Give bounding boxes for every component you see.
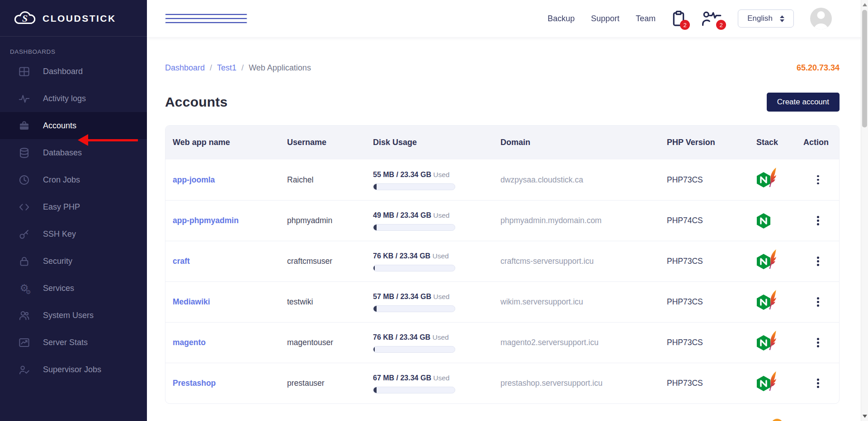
clipboard-button[interactable]: 2 <box>672 10 685 27</box>
apache-icon <box>766 166 779 189</box>
row-actions-menu-button[interactable] <box>814 295 839 309</box>
breadcrumb: Dashboard / Test1 / Web Applications <box>165 63 311 73</box>
sidebar-item-cron-jobs[interactable]: Cron Jobs <box>0 166 147 193</box>
sidebar-item-easy-php[interactable]: Easy PHP <box>0 193 147 220</box>
breadcrumb-dashboard[interactable]: Dashboard <box>165 63 205 73</box>
scrollbar[interactable] <box>861 0 868 421</box>
sidebar-item-services[interactable]: ⚙⚙ Services <box>0 275 147 302</box>
sidebar-nav: Dashboard Activity logs Accounts Databas… <box>0 58 147 383</box>
sidebar-item-label: Cron Jobs <box>43 175 80 185</box>
nav-link-backup[interactable]: Backup <box>547 14 575 23</box>
table-row: craft craftcmsuser 76 KB / 23.34 GB Used… <box>165 241 839 281</box>
nav-link-team[interactable]: Team <box>636 14 656 23</box>
php-version-cell: PHP73CS <box>667 257 756 266</box>
language-select[interactable]: English <box>738 9 794 28</box>
scrollbar-down-arrow-icon[interactable] <box>863 415 867 418</box>
sidebar-item-activity-logs[interactable]: Activity logs <box>0 85 147 112</box>
web-app-link[interactable]: Prestashop <box>173 379 287 388</box>
sidebar-item-label: Easy PHP <box>43 202 80 212</box>
stack-cell <box>756 241 803 281</box>
disk-usage-cell: 57 MB / 23.34 GB Used <box>373 292 500 312</box>
sidebar-item-security[interactable]: Security <box>0 248 147 275</box>
chat-widget-bubble[interactable] <box>771 419 783 421</box>
dashboard-grid-icon <box>18 65 30 78</box>
apache-icon <box>766 288 779 311</box>
php-version-cell: PHP73CS <box>667 297 756 307</box>
cloudstick-logo[interactable]: S CLOUDSTICK <box>0 0 147 35</box>
annotation-arrow-accounts <box>78 134 138 146</box>
stats-chart-icon <box>18 337 30 349</box>
table-header-row: Web app name Username Disk Usage Domain … <box>165 126 839 159</box>
scrollbar-up-arrow-icon[interactable] <box>863 3 867 6</box>
column-header-disk-usage: Disk Usage <box>373 138 500 147</box>
people-status-button[interactable]: 2 <box>702 10 722 27</box>
scrollbar-thumb[interactable] <box>862 10 867 127</box>
php-version-cell: PHP73CS <box>667 175 756 185</box>
domain-cell: wikim.serversupport.icu <box>500 297 667 307</box>
disk-usage-cell: 76 KB / 23.34 GB Used <box>373 332 500 353</box>
username-cell: phpmyadmin <box>287 216 373 225</box>
row-actions-menu-button[interactable] <box>814 376 839 391</box>
disk-usage-bar <box>373 183 455 190</box>
sidebar-item-server-stats[interactable]: Server Stats <box>0 329 147 356</box>
sidebar-item-label: Supervisor Jobs <box>43 365 101 374</box>
web-app-link[interactable]: magento <box>173 338 287 347</box>
activity-pulse-icon <box>18 93 30 105</box>
hamburger-menu-icon[interactable] <box>165 11 180 26</box>
users-icon <box>18 309 30 322</box>
user-avatar[interactable] <box>810 8 832 29</box>
sidebar-section-label: DASHBOARDS <box>0 37 147 58</box>
sidebar: S CLOUDSTICK DASHBOARDS Dashboard Activi… <box>0 0 147 421</box>
php-version-cell: PHP73CS <box>667 379 756 388</box>
row-actions-menu-button[interactable] <box>814 213 839 228</box>
nav-link-support[interactable]: Support <box>591 14 619 23</box>
server-ip: 65.20.73.34 <box>797 63 840 73</box>
row-actions-menu-button[interactable] <box>814 173 839 187</box>
column-header-php-version: PHP Version <box>667 138 756 147</box>
column-header-action: Action <box>803 138 839 147</box>
sidebar-item-label: Dashboard <box>43 67 83 76</box>
row-actions-menu-button[interactable] <box>814 254 839 269</box>
cloud-logo-icon: S <box>12 9 38 28</box>
web-app-link[interactable]: Mediawiki <box>173 297 287 307</box>
apache-icon <box>766 248 779 271</box>
disk-usage-bar <box>373 387 455 393</box>
topbar-right: Backup Support Team 2 2 English <box>547 8 832 29</box>
php-version-cell: PHP74CS <box>667 216 756 225</box>
svg-text:S: S <box>22 13 28 24</box>
sidebar-item-label: System Users <box>43 311 94 320</box>
table-row: app-phpmyadmin phpmyadmin 49 MB / 23.34 … <box>165 200 839 241</box>
page-title: Accounts <box>165 94 227 110</box>
row-actions-menu-button[interactable] <box>814 335 839 350</box>
sidebar-item-label: Databases <box>43 148 82 158</box>
clock-icon <box>18 174 30 186</box>
php-version-cell: PHP73CS <box>667 338 756 347</box>
disk-usage-bar <box>373 224 455 231</box>
column-header-web-app-name: Web app name <box>173 138 287 147</box>
sidebar-item-system-users[interactable]: System Users <box>0 302 147 329</box>
table-row: app-joomla Raichel 55 MB / 23.34 GB Used… <box>165 159 839 200</box>
domain-cell: dwzpysaa.cloudstick.ca <box>500 175 667 185</box>
code-brackets-icon <box>18 201 30 213</box>
stack-cell <box>756 201 803 241</box>
breadcrumb-current: Web Applications <box>249 63 311 73</box>
create-account-button[interactable]: Create account <box>767 93 840 112</box>
disk-usage-cell: 67 MB / 23.34 GB Used <box>373 373 500 393</box>
sidebar-item-ssh-key[interactable]: SSH Key <box>0 220 147 248</box>
web-app-link[interactable]: app-phpmyadmin <box>173 216 287 225</box>
sidebar-item-dashboard[interactable]: Dashboard <box>0 58 147 85</box>
username-cell: prestauser <box>287 379 373 388</box>
web-app-link[interactable]: app-joomla <box>173 175 287 185</box>
sidebar-item-label: Services <box>43 284 74 293</box>
web-app-link[interactable]: craft <box>173 257 287 266</box>
breadcrumb-server[interactable]: Test1 <box>217 63 236 73</box>
username-cell: craftcmsuser <box>287 257 373 266</box>
disk-usage-bar <box>373 346 455 353</box>
disk-usage-cell: 55 MB / 23.34 GB Used <box>373 170 500 190</box>
nginx-icon <box>756 213 771 229</box>
apache-icon <box>766 329 779 352</box>
gears-icon: ⚙⚙ <box>18 282 30 295</box>
sidebar-item-label: SSH Key <box>43 229 76 239</box>
table-row: Mediawiki testwiki 57 MB / 23.34 GB Used… <box>165 281 839 322</box>
sidebar-item-supervisor-jobs[interactable]: Supervisor Jobs <box>0 356 147 383</box>
